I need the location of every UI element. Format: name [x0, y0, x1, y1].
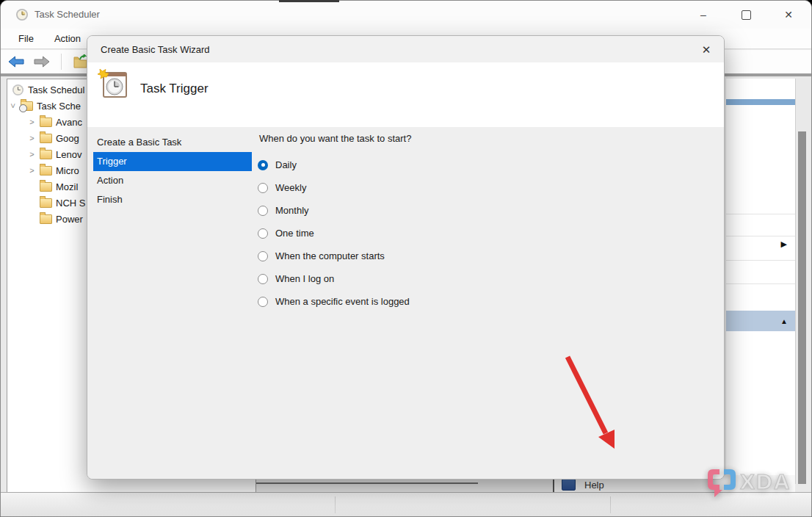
- clock-icon: [12, 84, 24, 96]
- folder-icon: [40, 166, 52, 176]
- tree-item-label: Avanc: [56, 117, 82, 128]
- nav-finish[interactable]: Finish: [93, 190, 252, 209]
- radio-icon[interactable]: [258, 228, 268, 239]
- nav-create-basic-task[interactable]: Create a Basic Task: [93, 133, 252, 152]
- row-divider: [726, 236, 795, 236]
- window-titlebar: Task Scheduler – ✕: [1, 1, 811, 29]
- dialog-header: Task Trigger: [87, 62, 724, 128]
- chevron-collapsed-icon[interactable]: >: [28, 166, 36, 175]
- background-artifact: [279, 0, 339, 2]
- folder-icon: [40, 214, 52, 224]
- radio-icon[interactable]: [258, 251, 268, 261]
- radio-option-specific-event[interactable]: When a specific event is logged: [258, 290, 410, 313]
- radio-label: When I log on: [275, 273, 334, 284]
- watermark-pink-bracket: [708, 469, 722, 497]
- radio-option-daily[interactable]: Daily: [258, 153, 410, 176]
- vertical-scrollbar[interactable]: [798, 131, 806, 484]
- xda-watermark: XDA: [703, 464, 797, 502]
- nav-action[interactable]: Action: [93, 171, 252, 190]
- dialog-close-button[interactable]: ✕: [697, 41, 715, 59]
- radio-icon[interactable]: [258, 206, 268, 216]
- actions-pane: ▶ ▲: [726, 79, 796, 484]
- tree-item-label: Goog: [56, 133, 79, 144]
- dialog-body: Create a Basic Task Trigger Action Finis…: [87, 127, 724, 479]
- tree-item-label: Micro: [56, 165, 79, 176]
- radio-option-weekly[interactable]: Weekly: [258, 176, 410, 199]
- radio-label: One time: [275, 228, 314, 239]
- window-controls: – ✕: [682, 1, 810, 29]
- close-button[interactable]: ✕: [767, 1, 810, 29]
- help-label: Help: [584, 480, 604, 491]
- tree-item-label: Mozil: [56, 181, 78, 192]
- radio-option-monthly[interactable]: Monthly: [258, 199, 410, 222]
- row-divider: [726, 283, 795, 284]
- watermark-text: XDA: [740, 469, 791, 494]
- task-trigger-icon: [96, 68, 128, 100]
- statusbar-separator: [610, 496, 611, 513]
- create-basic-task-wizard-dialog: Create Basic Task Wizard ✕ Task Trigger …: [87, 35, 725, 480]
- folder-icon: [40, 134, 52, 143]
- radio-option-computer-starts[interactable]: When the computer starts: [258, 245, 410, 267]
- wizard-nav: Create a Basic Task Trigger Action Finis…: [93, 133, 252, 209]
- watermark-blue-bracket: [724, 469, 736, 490]
- radio-icon[interactable]: [258, 297, 268, 307]
- radio-label: When the computer starts: [275, 250, 385, 261]
- radio-label: Daily: [275, 159, 297, 170]
- collapse-arrow-icon[interactable]: ▲: [780, 317, 788, 325]
- row-divider: [726, 260, 795, 261]
- screenshot-stage: Task Scheduler – ✕ File Action: [0, 0, 812, 517]
- tree-item-label: Lenov: [56, 149, 81, 160]
- minimize-button[interactable]: –: [682, 1, 725, 29]
- back-arrow-icon[interactable]: [7, 52, 26, 71]
- radio-label: Monthly: [275, 205, 309, 216]
- menu-file[interactable]: File: [18, 33, 34, 44]
- chevron-collapsed-icon[interactable]: >: [28, 134, 36, 142]
- radio-selected-icon[interactable]: [258, 160, 268, 170]
- dialog-heading: Task Trigger: [140, 82, 209, 96]
- radio-icon[interactable]: [258, 183, 268, 193]
- tree-item-label: NCH S: [56, 198, 85, 209]
- chevron-expanded-icon[interactable]: >: [9, 102, 18, 110]
- annotation-arrow: [560, 352, 623, 455]
- chevron-collapsed-icon[interactable]: >: [28, 118, 36, 126]
- radio-icon[interactable]: [258, 274, 268, 284]
- radio-label: When a specific event is logged: [275, 296, 410, 307]
- dialog-title: Create Basic Task Wizard: [101, 44, 210, 55]
- maximize-button[interactable]: [725, 1, 767, 29]
- tree-root-label: Task Schedul: [28, 84, 84, 95]
- tree-item-label: Task Sche: [37, 101, 81, 112]
- tree-item-label: Power: [56, 214, 83, 225]
- actions-pane-header: [726, 99, 795, 105]
- folder-icon: [40, 150, 52, 159]
- dialog-titlebar: Create Basic Task Wizard: [87, 36, 724, 62]
- actions-group-header[interactable]: ▲: [726, 311, 795, 331]
- submenu-arrow-icon: ▶: [781, 239, 787, 249]
- folder-icon: [40, 198, 52, 208]
- menu-action[interactable]: Action: [54, 33, 81, 44]
- folder-clock-icon: [21, 101, 33, 111]
- nav-trigger[interactable]: Trigger: [93, 152, 252, 171]
- radio-label: Weekly: [275, 182, 306, 193]
- toolbar-separator: [61, 54, 62, 70]
- folder-icon: [40, 182, 52, 192]
- folder-icon: [40, 118, 52, 127]
- clock-icon: [15, 8, 29, 21]
- maximize-icon: [742, 10, 751, 20]
- chevron-collapsed-icon[interactable]: >: [28, 150, 36, 159]
- help-icon: [562, 479, 576, 491]
- window-title: Task Scheduler: [35, 9, 100, 20]
- trigger-options: Daily Weekly Monthly One time When the c…: [258, 153, 410, 313]
- trigger-question-label: When do you want the task to start?: [259, 133, 411, 144]
- radio-option-log-on[interactable]: When I log on: [258, 267, 410, 290]
- statusbar-separator: [335, 496, 336, 513]
- row-divider: [726, 214, 795, 214]
- forward-arrow-icon[interactable]: [32, 52, 51, 71]
- radio-option-one-time[interactable]: One time: [258, 222, 410, 245]
- status-bar: [1, 492, 811, 516]
